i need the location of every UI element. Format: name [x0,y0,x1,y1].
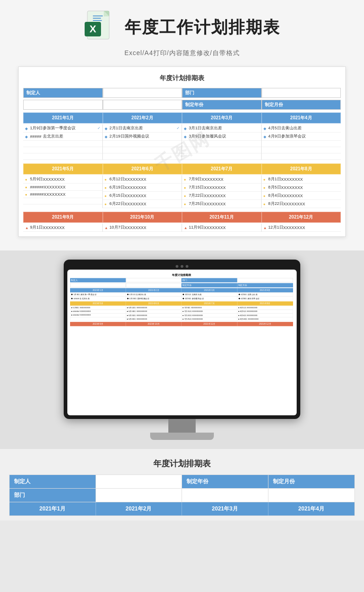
bottom-year-label: 制定年份 [182,475,268,488]
bottom-sheet: 制定人 制定年份 制定月份 部门 2021年1月 2021年2月 2021年3月… [9,475,355,516]
apr-header: 2021年4月 [262,112,341,123]
q1-data: ◆ 1月9日 参加第一季度会议 ✓ ◆ ##### 去北京出差 ◆ 2月1日 [23,124,341,160]
diamond-icon-4: ◆ [105,135,108,138]
mini-q3-headers: 2021年9月 2021年10月 2021年11月 2021年12月 [70,322,293,326]
jan-row-2: ◆ ##### 去北京出差 [23,133,102,141]
oct-header: 2021年10月 [103,212,182,223]
mini-jun-d1: ● 6月12日 XXXXXXXX [126,306,181,310]
circle-icon-13: ● [263,186,267,189]
mini-info: 制定人 部门 [70,278,293,282]
triangle-icon-3: ▲ [184,226,187,230]
circle-icon-7: ● [105,202,108,206]
feb-header: 2021年2月 [103,112,182,123]
jun-header: 2021年6月 [103,163,182,174]
apr-row-1: ◆ 4月5日 去黄山出差 [262,124,341,133]
triangle-icon-1: ▲ [25,226,29,230]
mini-oct: 2021年10月 [126,322,181,326]
sep-header: 2021年9月 [23,212,103,223]
mini-apr: 2021年4月 [237,288,293,292]
mini-may-d2: ● ###### XXXXXXXX [70,310,126,313]
circle-icon-11: ● [184,202,187,206]
mar-row-2: ◆ 3月9日 参加履风会议 [182,133,261,141]
oct-row-1: ▲ 10月7日 XXXXXXXX [103,224,182,232]
circle-icon-9: ● [184,186,187,189]
year-label-cell [23,100,103,110]
may-empty-1 [23,198,102,204]
monitor-neck [168,419,196,433]
mini-jan-d1: ◆ 1月9日 参加第一季度会议 [70,293,126,296]
mini-aug-d4: ● 8月22日 XXXXXXXX [237,317,293,321]
diamond-icon-2: ◆ [25,135,29,138]
monitor-section: 年度计划排期表 制定人 部门 制定年份 制定月份 2021年1月 [0,250,364,449]
monitor-base [150,433,214,440]
diamond-icon-5: ◆ [184,127,187,130]
mini-jan: 2021年1月 [70,288,126,292]
feb-empty-3 [103,153,182,160]
year-value [103,100,182,110]
q2-data: ● 5月9日 XXXXXXXX ● ###### XXXXXXXX ● ####… [23,175,341,208]
monitor-dot-1 [176,265,178,268]
mini-aug-d1: ● 8月1日 XXXXXXXX [237,306,293,310]
jan-empty-3 [23,153,102,160]
jun-row-1: ● 6月12日 XXXXXXXX [103,175,182,184]
monitor-stand [64,419,300,440]
aug-row-3: ● 8月4日 XXXXXXXX [262,192,341,200]
dec-row-1: ▲ 12月1日 XXXXXXXX [262,224,341,232]
maker-label: 制定人 [23,88,103,98]
circle-icon-12: ● [263,178,267,181]
q3-data: ▲ 9月1日 XXXXXXXX ▲ 10月7日 XXXXXXXX ▲ 11月9日… [23,224,341,232]
apr-empty-3 [262,153,341,160]
info-row-2: 制定年份 制定月份 [23,100,341,110]
mini-dept-val [237,278,293,282]
maker-value [103,88,182,98]
mini-jun-d2: ● 6月19日 XXXXXXXX [126,310,181,313]
bottom-dept-label: 部门 [10,489,96,502]
monitor-wrapper: 年度计划排期表 制定人 部门 制定年份 制定月份 2021年1月 [64,260,300,440]
mar-empty-3 [182,153,261,160]
title-area: X 年度工作计划排期表 [84,9,280,46]
q1-month-headers: 2021年1月 2021年2月 2021年3月 2021年4月 [23,112,341,123]
mini-feb-d1: ◆ 2月1日 去南京出差 [126,293,181,296]
bottom-dept-val [96,489,182,502]
circle-icon-10: ● [184,194,187,198]
jul-col: ● 7月9日 XXXXXXXX ● 7月15日 XXXXXXXX ● 7月22日… [182,175,262,208]
bottom-maker-label: 制定人 [10,475,96,488]
info-row: 制定人 部门 [23,88,341,98]
svg-rect-7 [93,20,102,21]
bottom-year-val [182,489,268,502]
sep-col: ▲ 9月1日 XXXXXXXX [23,224,103,232]
mini-q2-data-2: ● ###### XXXXXXXX ● 6月19日 XXXXXXXX ● 7月1… [70,310,293,313]
mini-maker-val [126,278,181,282]
jan-empty-1 [23,141,102,147]
feb-row-1: ◆ 2月1日 去南京出差 ✓ [103,124,182,133]
mar-header: 2021年3月 [182,112,262,123]
apr-empty-2 [262,147,341,153]
year-label: 制定年份 [182,100,262,110]
bottom-jan: 2021年1月 [10,502,96,515]
jun-col: ● 6月12日 XXXXXXXX ● 6月19日 XXXXXXXX ● 6月15… [103,175,182,208]
may-header: 2021年5月 [23,163,103,174]
mini-info-2: 制定年份 制定月份 [70,283,293,287]
mini-title: 年度计划排期表 [70,272,293,278]
apr-row-2: ◆ 4月9日 参加浪琴会议 [262,133,341,141]
oct-col: ▲ 10月7日 XXXXXXXX [103,224,182,232]
aug-row-1: ● 8月1日 XXXXXXXX [262,175,341,184]
aug-row-4: ● 8月22日 XXXXXXXX [262,200,341,208]
mini-jul-d2: ● 7月15日 XXXXXXXX [182,310,237,313]
q3-month-headers: 2021年9月 2021年10月 2021年11月 2021年12月 [23,212,341,223]
jan-col: ◆ 1月9日 参加第一季度会议 ✓ ◆ ##### 去北京出差 [23,124,103,160]
diamond-icon-8: ◆ [263,135,267,138]
jul-row-4: ● 7月25日 XXXXXXXX [182,200,261,208]
mini-nov: 2021年11月 [182,322,237,326]
mini-aug-d3: ● 8月4日 XXXXXXXX [237,313,293,317]
dec-header: 2021年12月 [262,212,341,223]
circle-icon-3: ● [25,193,29,196]
bottom-month-val [268,489,355,502]
jan-header: 2021年1月 [23,112,103,123]
mini-feb-d2: ◆ 2月19日 国外视频会议 [126,296,181,300]
mini-apr-d2: ◆ 4月9日 参加浪琴会议 [237,296,293,300]
mini-aug: 2021年8月 [237,301,293,306]
may-col: ● 5月9日 XXXXXXXX ● ###### XXXXXXXX ● ####… [23,175,103,208]
bottom-apr: 2021年4月 [268,502,355,515]
mini-mar-d2: ◆ 3月9日 参加履风会议 [182,296,237,300]
